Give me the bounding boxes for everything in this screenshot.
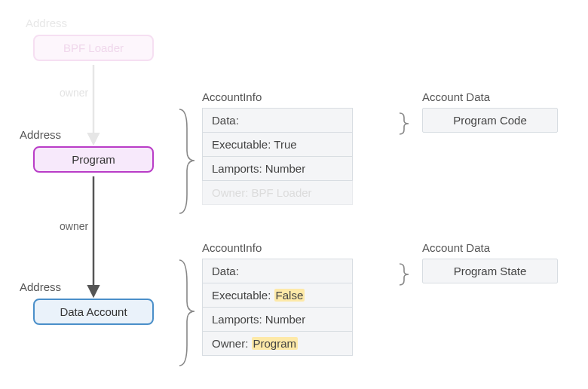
account-info-2-executable-value: False bbox=[274, 289, 305, 302]
account-info-1-executable: Executable: True bbox=[202, 133, 353, 157]
account-info-1-title: AccountInfo bbox=[202, 90, 353, 103]
account-info-1: AccountInfo Data: Executable: True Lampo… bbox=[202, 90, 353, 205]
bpf-owner-edge-label: owner bbox=[60, 87, 88, 99]
bpf-loader-node: BPF Loader bbox=[33, 35, 154, 61]
program-owner-edge-label: owner bbox=[60, 220, 88, 232]
account-data-1-title: Account Data bbox=[422, 90, 558, 103]
account-data-2-title: Account Data bbox=[422, 241, 558, 254]
account-info-1-data: Data: bbox=[202, 109, 353, 133]
data-account-node: Data Account bbox=[33, 299, 154, 325]
brace-dataaccount-to-info bbox=[179, 260, 194, 366]
account-info-2-owner-value: Program bbox=[252, 337, 299, 350]
account-info-2-owner-prefix: Owner: bbox=[212, 337, 252, 350]
data-account-address-label: Address bbox=[20, 280, 61, 293]
program-address-label: Address bbox=[20, 128, 61, 141]
account-info-1-owner: Owner: BPF Loader bbox=[202, 181, 353, 205]
account-info-2-executable-prefix: Executable: bbox=[212, 289, 274, 302]
account-data-1-value: Program Code bbox=[422, 108, 558, 133]
account-info-2-data: Data: bbox=[202, 259, 353, 283]
brace-program-to-info bbox=[179, 109, 194, 213]
account-info-2-title: AccountInfo bbox=[202, 241, 353, 254]
account-info-2-lamports: Lamports: Number bbox=[202, 308, 353, 332]
brace-info1-to-data bbox=[400, 113, 409, 134]
program-node-label: Program bbox=[72, 153, 115, 166]
account-info-2: AccountInfo Data: Executable: False Lamp… bbox=[202, 241, 353, 356]
data-account-node-label: Data Account bbox=[60, 305, 127, 318]
brace-info2-to-data bbox=[400, 264, 409, 285]
program-node: Program bbox=[33, 146, 154, 173]
account-data-1: Account Data Program Code bbox=[422, 90, 558, 133]
bpf-address-label: Address bbox=[26, 17, 67, 29]
account-info-1-lamports: Lamports: Number bbox=[202, 157, 353, 181]
account-info-2-owner: Owner: Program bbox=[202, 332, 353, 356]
account-data-2: Account Data Program State bbox=[422, 241, 558, 283]
account-data-2-value: Program State bbox=[422, 259, 558, 283]
account-info-2-executable: Executable: False bbox=[202, 283, 353, 308]
bpf-loader-node-label: BPF Loader bbox=[63, 41, 124, 54]
